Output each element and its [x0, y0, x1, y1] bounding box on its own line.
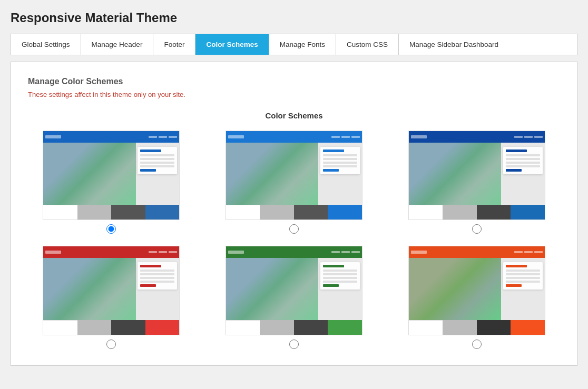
scheme-item-6[interactable]: [408, 246, 545, 351]
tab-custom-css[interactable]: Custom CSS: [336, 34, 399, 55]
tab-global-settings[interactable]: Global Settings: [11, 34, 81, 55]
scheme-item-2[interactable]: [226, 131, 362, 235]
section-description: These settings affect in this theme only…: [28, 91, 560, 98]
schemes-grid: [28, 131, 560, 351]
scheme-radio-4[interactable]: [106, 340, 116, 351]
scheme-radio-3[interactable]: [472, 224, 482, 235]
scheme-preview-4: [43, 246, 180, 335]
content-area: Manage Color Schemes These settings affe…: [11, 62, 577, 366]
scheme-item-5[interactable]: [226, 246, 362, 351]
scheme-preview-6: [408, 246, 545, 335]
tab-color-schemes[interactable]: Color Schemes: [195, 34, 269, 55]
tabs-container: Global Settings Manage Header Footer Col…: [11, 34, 577, 55]
scheme-preview-5: [226, 246, 362, 335]
mini-logo: [45, 135, 61, 138]
scheme-radio-6[interactable]: [472, 340, 482, 351]
scheme-item-4[interactable]: [43, 246, 180, 351]
page-title: Responsive Material Theme: [11, 11, 577, 25]
color-schemes-heading: Color Schemes: [28, 111, 560, 120]
scheme-radio-5[interactable]: [289, 340, 299, 351]
tab-manage-header[interactable]: Manage Header: [81, 34, 154, 55]
scheme-radio-2[interactable]: [289, 224, 299, 235]
tab-footer[interactable]: Footer: [153, 34, 195, 55]
tab-manage-fonts[interactable]: Manage Fonts: [269, 34, 336, 55]
page-wrapper: Responsive Material Theme Global Setting…: [0, 0, 588, 376]
scheme-preview-2: [226, 131, 362, 220]
scheme-preview-1: [43, 131, 180, 220]
scheme-item-1[interactable]: [43, 131, 180, 235]
scheme-preview-3: [408, 131, 545, 220]
scheme-radio-1[interactable]: [106, 224, 116, 235]
scheme-item-3[interactable]: [408, 131, 545, 235]
section-title: Manage Color Schemes: [28, 77, 560, 86]
tab-manage-sidebar-dashboard[interactable]: Manage Sidebar Dashboard: [399, 34, 509, 55]
